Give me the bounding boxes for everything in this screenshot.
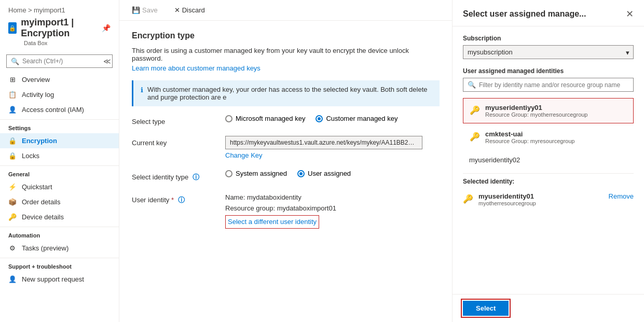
filter-icon: 🔍	[468, 81, 476, 89]
identity-type-field: System assigned User assigned	[225, 170, 440, 177]
sidebar-item-support[interactable]: 👤 New support request	[0, 272, 119, 287]
identity-item-cmktest-uai[interactable]: 🔑 cmktest-uai Resource Group: myresource…	[463, 124, 634, 150]
panel-footer: Select	[453, 294, 644, 322]
filter-input[interactable]	[479, 81, 629, 89]
sidebar-item-label: Device details	[22, 213, 64, 221]
locks-icon: 🔒	[8, 152, 17, 160]
sidebar-item-device-details[interactable]: 🔑 Device details	[0, 209, 119, 225]
customer-key-option[interactable]: Customer managed key	[316, 115, 398, 122]
sidebar-item-encryption[interactable]: 🔒 Encryption	[0, 133, 119, 148]
discard-button[interactable]: ✕ Discard	[170, 4, 209, 16]
filter-box[interactable]: 🔍	[463, 78, 634, 92]
identities-label: User assigned managed identities	[463, 67, 634, 75]
select-different-identity-link[interactable]: Select a different user identity	[225, 215, 319, 229]
selected-identity-section: Selected identity: 🔑 myuseridentity01 my…	[463, 178, 634, 211]
sidebar-item-label: New support request	[22, 275, 84, 283]
sidebar: Home > myimport1 🔒 myimport1 | Encryptio…	[0, 0, 119, 322]
identity-list: 🔑 myuseridentiyy01 Resource Group: myoth…	[463, 98, 634, 169]
user-identity-field: Name: mydataboxidentity Resource group: …	[225, 192, 440, 229]
sidebar-item-tasks[interactable]: ⚙ Tasks (preview)	[0, 241, 119, 256]
selected-identity-icon: 🔑	[463, 193, 473, 204]
identity-key-icon-gold: 🔑	[470, 105, 480, 115]
user-identity-label: User identity * ⓘ	[132, 192, 215, 205]
identity-info-myuseridentiyy01: myuseridentiyy01 Resource Group: myother…	[485, 104, 627, 118]
save-button[interactable]: 💾 Save	[128, 4, 162, 16]
system-assigned-radio[interactable]	[225, 170, 232, 177]
sidebar-item-label: Quickstart	[22, 183, 52, 191]
search-icon: 🔍	[11, 58, 19, 65]
learn-more-link[interactable]: Learn more about customer managed keys	[132, 64, 261, 72]
microsoft-key-label: Microsoft managed key	[236, 115, 305, 122]
panel-header: Select user assigned manage... ✕	[453, 0, 644, 26]
user-assigned-label: User assigned	[308, 170, 351, 177]
discard-label: Discard	[182, 6, 205, 14]
customer-key-label: Customer managed key	[326, 115, 398, 122]
identity-rg: Resource Group: myresourcegroup	[485, 138, 627, 144]
select-identity-button[interactable]: Select	[463, 301, 509, 316]
radio-group-key-type: Microsoft managed key Customer managed k…	[225, 115, 440, 122]
identity-name: myuseridentiyy01	[485, 104, 627, 111]
selected-identity-info: myuseridentity01 myotherresourcegroup	[478, 192, 604, 206]
sidebar-item-label: Access control (IAM)	[22, 106, 84, 114]
collapse-icon[interactable]: ≪	[103, 57, 111, 65]
resource-title: 🔒 myimport1 | Encryption 📌	[8, 17, 111, 39]
user-assigned-option[interactable]: User assigned	[297, 170, 351, 177]
breadcrumb-home[interactable]: Home	[8, 6, 26, 14]
panel-body: Subscription mysubscription User assigne…	[453, 26, 644, 294]
info-banner: ℹ With customer managed key, your order …	[132, 80, 440, 106]
microsoft-key-radio[interactable]	[225, 115, 232, 122]
search-box[interactable]: 🔍 ≪	[6, 54, 113, 68]
identity-item-myuseridentity02[interactable]: myuseridentity02	[463, 151, 634, 169]
sidebar-item-label: Overview	[22, 76, 50, 83]
identity-type-info-icon: ⓘ	[193, 173, 199, 181]
breadcrumb-resource[interactable]: myimport1	[34, 6, 65, 14]
selected-identity-label: Selected identity:	[463, 178, 634, 185]
current-key-row: Current key https://mykeyvaultwestus1.va…	[132, 136, 440, 159]
sidebar-item-access-control[interactable]: 👤 Access control (IAM)	[0, 102, 119, 117]
breadcrumb: Home > myimport1	[8, 6, 111, 14]
sidebar-item-label: Order details	[22, 198, 60, 206]
user-assigned-radio[interactable]	[297, 170, 305, 177]
identity-item-myuseridentiyy01[interactable]: 🔑 myuseridentiyy01 Resource Group: myoth…	[463, 98, 634, 123]
subscription-select-wrapper: mysubscription	[463, 45, 634, 59]
breadcrumb-separator: >	[28, 6, 32, 14]
sidebar-item-locks[interactable]: 🔒 Locks	[0, 148, 119, 163]
panel-title: Select user assigned manage...	[463, 9, 586, 19]
info-text: This order is using a customer managed k…	[132, 47, 440, 62]
resource-name: myimport1 | Encryption	[21, 17, 98, 39]
info-banner-icon: ℹ	[141, 86, 143, 94]
content-area: Encryption type This order is using a cu…	[119, 21, 452, 322]
search-input[interactable]	[22, 58, 100, 65]
radio-group-identity-type: System assigned User assigned	[225, 170, 440, 177]
user-identity-row: User identity * ⓘ Name: mydataboxidentit…	[132, 192, 440, 229]
customer-key-radio[interactable]	[316, 115, 323, 122]
remove-identity-button[interactable]: Remove	[609, 192, 634, 200]
current-key-value: https://mykeyvaultwestus1.vault.azure.ne…	[225, 136, 422, 149]
info-banner-text: With customer managed key, your order ha…	[147, 86, 432, 101]
identity-rg: Resource Group: myotherresourcegroup	[485, 111, 627, 118]
panel-close-button[interactable]: ✕	[626, 8, 634, 20]
activity-log-icon: 📋	[8, 91, 17, 99]
sidebar-item-overview[interactable]: ⊞ Overview	[0, 72, 119, 87]
required-marker: *	[171, 196, 174, 204]
current-key-label: Current key	[132, 136, 215, 147]
sidebar-item-quickstart[interactable]: ⚡ Quickstart	[0, 179, 119, 194]
sidebar-item-order-details[interactable]: 📦 Order details	[0, 194, 119, 209]
resource-subtitle: Data Box	[24, 40, 111, 46]
device-details-icon: 🔑	[8, 213, 17, 221]
subscription-select[interactable]: mysubscription	[463, 45, 634, 59]
access-control-icon: 👤	[8, 106, 17, 114]
pin-icon[interactable]: 📌	[102, 24, 111, 32]
user-identity-info-icon: ⓘ	[178, 196, 185, 204]
change-key-link[interactable]: Change Key	[225, 151, 440, 159]
key-type-options: Microsoft managed key Customer managed k…	[225, 115, 440, 122]
sidebar-item-label: Activity log	[22, 91, 54, 99]
sidebar-item-activity-log[interactable]: 📋 Activity log	[0, 87, 119, 102]
microsoft-key-option[interactable]: Microsoft managed key	[225, 115, 305, 122]
selected-identity-item: 🔑 myuseridentity01 myotherresourcegroup …	[463, 188, 634, 211]
toolbar: 💾 Save ✕ Discard	[119, 0, 452, 21]
system-assigned-option[interactable]: System assigned	[225, 170, 287, 177]
identity-info-cmktest-uai: cmktest-uai Resource Group: myresourcegr…	[485, 130, 627, 144]
info-text-content: This order is using a customer managed k…	[132, 47, 409, 62]
save-icon: 💾	[132, 6, 140, 14]
